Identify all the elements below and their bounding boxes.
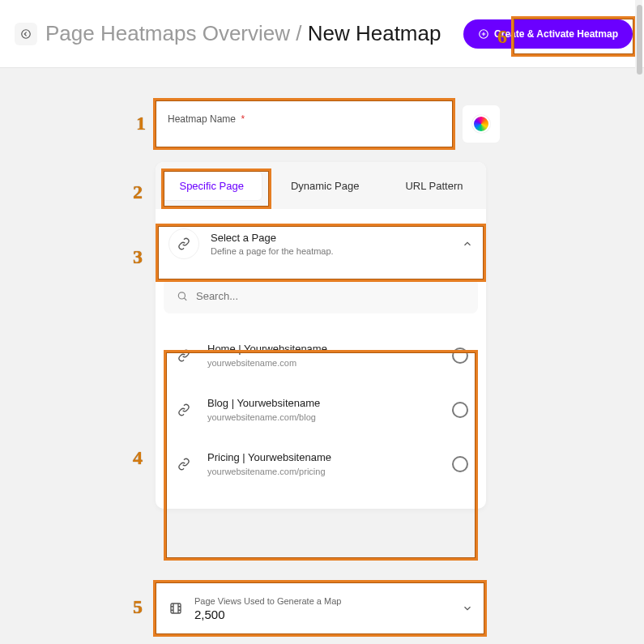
scrollbar-track [635,0,642,644]
page-selection-card: Specific Page Dynamic Page URL Pattern S… [156,162,486,509]
heatmap-name-input[interactable]: Heatmap Name * [156,100,453,147]
heatmap-name-label-text: Heatmap Name [168,113,236,125]
tab-url-pattern[interactable]: URL Pattern [387,172,480,200]
tab-specific-page[interactable]: Specific Page [160,171,262,201]
page-views-value: 2,500 [194,608,341,621]
link-icon [177,403,190,416]
tab-dynamic-page[interactable]: Dynamic Page [273,172,377,200]
svg-point-0 [22,29,31,38]
create-activate-button[interactable]: Create & Activate Heatmap [463,19,633,49]
create-btn-label: Create & Activate Heatmap [494,28,618,40]
page-option-title: Blog | Yourwebsitename [207,397,320,409]
chevron-up-icon [462,238,473,249]
link-icon-container [168,228,199,259]
link-icon [177,237,190,250]
page-option-radio[interactable] [452,348,468,364]
page-options-list: Home | Yourwebsitename yourwebsitename.c… [156,313,486,509]
annotation-4: 4 [133,447,143,469]
page-option-radio[interactable] [452,402,468,418]
breadcrumb-current: New Heatmap [308,21,441,45]
required-marker: * [241,113,245,125]
annotation-6: 6 [497,26,507,48]
annotation-2: 2 [133,181,143,203]
page-option-url: yourwebsitename.com/blog [207,412,320,422]
heatmap-color-picker[interactable] [463,105,500,143]
link-icon [177,349,190,362]
link-icon [177,458,190,471]
page-type-tabs: Specific Page Dynamic Page URL Pattern [156,162,486,209]
page-views-selector[interactable]: Page Views Used to Generate a Map 2,500 [156,582,486,634]
scrollbar-thumb[interactable] [637,5,642,75]
annotation-1: 1 [136,113,146,134]
page-views-label: Page Views Used to Generate a Map [194,596,341,606]
page-header: Page Heatmaps Overview / New Heatmap Cre… [0,0,644,68]
svg-point-2 [178,292,185,299]
search-icon [177,290,188,302]
annotation-5: 5 [133,596,143,618]
annotation-3: 3 [133,246,143,268]
select-page-subtitle: Define a page for the heatmap. [211,246,334,256]
page-search[interactable] [164,279,478,313]
breadcrumb: Page Heatmaps Overview / New Heatmap [45,21,441,46]
breadcrumb-prefix[interactable]: Page Heatmaps Overview / [45,21,301,45]
film-icon [168,601,183,616]
back-arrow-icon [20,28,32,40]
heatmap-name-label: Heatmap Name * [168,113,245,125]
page-option[interactable]: Blog | Yourwebsitename yourwebsitename.c… [164,382,478,437]
page-option-title: Pricing | Yourwebsitename [207,451,331,463]
page-search-input[interactable] [196,290,465,302]
page-option-url: yourwebsitename.com/pricing [207,467,331,476]
back-button[interactable] [15,23,37,45]
svg-rect-3 [171,603,181,613]
chevron-down-icon [462,603,473,614]
select-page-header[interactable]: Select a Page Define a page for the heat… [156,214,486,274]
page-option-url: yourwebsitename.com [207,358,327,368]
color-swirl-icon [472,115,490,133]
page-option-radio[interactable] [452,456,468,472]
page-option[interactable]: Pricing | Yourwebsitename yourwebsitenam… [164,437,478,491]
page-option-title: Home | Yourwebsitename [207,343,327,355]
select-page-title: Select a Page [211,232,334,244]
page-option[interactable]: Home | Yourwebsitename yourwebsitename.c… [164,328,478,382]
plus-circle-icon [478,28,489,40]
